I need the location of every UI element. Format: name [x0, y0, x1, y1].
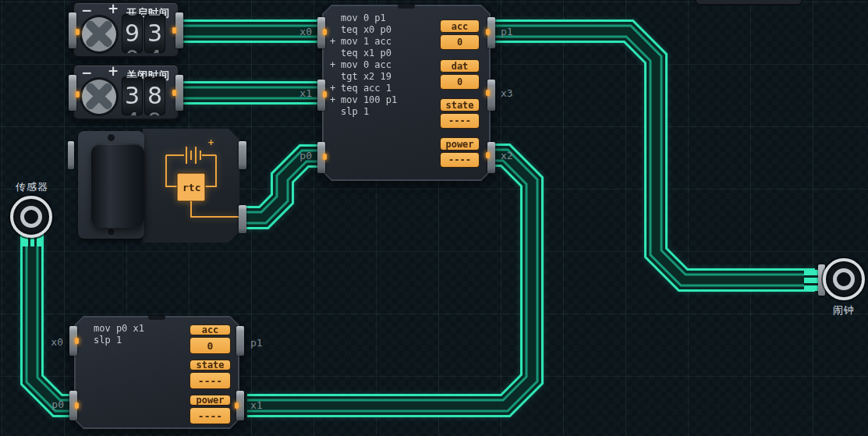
code-line: teq x1 p0 [330, 48, 439, 59]
pin-led [323, 29, 327, 35]
offscreen-component-edge [696, 0, 801, 4]
pin-led [75, 402, 79, 409]
code-line: +mov 100 p1 [330, 94, 439, 106]
digit-display: 8 9 0 2 3 4 [122, 14, 165, 53]
alarm-ring [823, 258, 865, 300]
counter-knob[interactable] [80, 15, 119, 54]
counter-open-time[interactable]: − + 开启时间 8 9 0 2 3 4 [74, 3, 178, 56]
screw-icon [107, 133, 115, 142]
alarm-terminal: 闹钟 [802, 258, 868, 321]
code-line: mov p0 x1 [83, 323, 184, 335]
code-line: slp 1 [330, 106, 439, 118]
rtc-right-bottom-pin[interactable] [239, 205, 246, 233]
circuit-board: − + 开启时间 8 9 0 2 3 4 − + 关闭时 [0, 0, 868, 436]
rtc-schematic: + rtc [143, 129, 239, 243]
code-line: +mov 0 acc [330, 59, 439, 71]
counter-close-time[interactable]: − + 关闭时间 2 3 4 7 8 9 [74, 66, 178, 119]
mc-notch [148, 316, 165, 320]
register-power: power ---- [440, 137, 480, 168]
rtc-left-pin[interactable] [68, 141, 74, 169]
pin-label-x2: x2 [501, 150, 513, 161]
register-state: state ---- [190, 360, 231, 389]
digit-wheel-ones: 7 8 9 [144, 76, 165, 115]
increment-button[interactable]: + [108, 2, 119, 16]
wire-rtc-to-p0[interactable] [245, 156, 323, 218]
digit-display: 2 3 4 7 8 9 [122, 76, 165, 115]
pin-led [172, 90, 176, 96]
pin-led [486, 29, 490, 35]
digit-wheel-tens: 8 9 0 [122, 14, 143, 53]
register-acc: acc 0 [190, 324, 231, 354]
pin-label-small-p1: p1 [250, 337, 263, 349]
digit-wheel-tens: 2 3 4 [122, 76, 143, 115]
code-line: tgt x2 19 [330, 71, 439, 83]
pin-led [75, 338, 79, 344]
code-line: +mov 1 acc [330, 36, 439, 48]
alarm-ring-inner [833, 268, 855, 290]
screw-icon [107, 228, 115, 236]
code-line: teq x0 p0 [330, 24, 439, 36]
battery-cylinder [91, 144, 144, 228]
decrement-button[interactable]: − [81, 4, 92, 17]
code-line: +teq acc 1 [330, 83, 439, 94]
rtc-module[interactable]: + rtc [68, 127, 249, 244]
register-acc: acc 0 [440, 19, 480, 50]
alarm-label: 闹钟 [817, 303, 868, 317]
pin-led [323, 154, 327, 160]
pin-led [235, 402, 239, 409]
mc-small-pin-p1[interactable] [236, 326, 244, 356]
rtc-right-top-pin[interactable] [239, 141, 246, 169]
register-power: power ---- [190, 395, 231, 424]
pin-label-p0: p0 [289, 150, 312, 161]
pin-led [172, 27, 176, 34]
decrement-button[interactable]: − [81, 66, 92, 80]
counter-open-output-pin[interactable] [175, 12, 183, 48]
sensor-ring-inner [20, 206, 42, 228]
pin-label-x3: x3 [501, 87, 513, 99]
increment-button[interactable]: + [108, 65, 119, 78]
register-dat: dat 0 [440, 59, 480, 90]
counter-close-output-pin[interactable] [175, 75, 183, 111]
mc6000-main[interactable]: mov 0 p1 teq x0 p0 +mov 1 acc teq x1 p0 … [322, 5, 491, 181]
register-state: state ---- [440, 98, 480, 129]
pin-led [486, 152, 490, 158]
pin-led [486, 90, 490, 96]
battery-plus-icon: + [208, 137, 214, 148]
wire-sensor-to-p0[interactable] [32, 234, 75, 406]
pin-led [323, 91, 327, 97]
sensor-label: 传感器 [3, 180, 61, 194]
pin-label-p1: p1 [501, 26, 513, 37]
mc4000-small[interactable]: mov p0 x1 slp 1 acc 0 state ---- power -… [74, 316, 239, 429]
pin-label-small-x0: x0 [40, 336, 63, 348]
pin-label-small-p0: p0 [41, 399, 64, 410]
rtc-chip-label: rtc [182, 182, 200, 193]
pin-label-small-x1: x1 [250, 399, 263, 411]
pin-led [76, 91, 80, 97]
pin-led [76, 29, 80, 35]
counter-knob[interactable] [80, 77, 119, 116]
pin-label-x1: x1 [289, 87, 312, 99]
digit-wheel-ones: 2 3 4 [144, 14, 165, 53]
sensor-ring [10, 196, 52, 238]
code-editor[interactable]: mov p0 x1 slp 1 [83, 323, 184, 346]
mc-notch [398, 5, 415, 9]
code-line: slp 1 [83, 335, 184, 346]
pin-label-x0: x0 [289, 26, 312, 37]
sensor-terminal: 传感器 [3, 180, 66, 252]
code-editor[interactable]: mov 0 p1 teq x0 p0 +mov 1 acc teq x1 p0 … [330, 12, 439, 118]
code-line: mov 0 p1 [330, 12, 439, 24]
